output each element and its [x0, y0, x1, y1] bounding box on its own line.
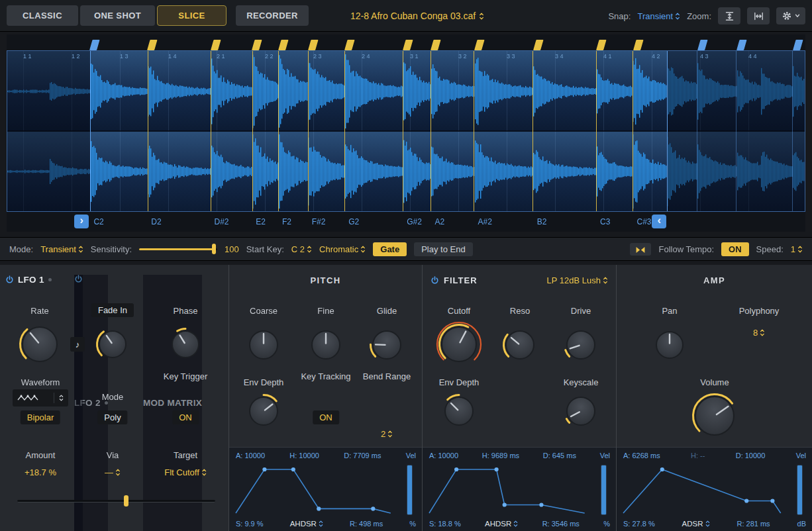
fade-knob[interactable]	[93, 324, 132, 364]
drive-knob[interactable]	[560, 324, 601, 365]
scale-selector[interactable]: Chromatic	[319, 244, 366, 254]
pitch-env-decay[interactable]: D: 7709 ms	[344, 452, 381, 459]
amount-slider-handle[interactable]	[124, 495, 128, 507]
slice-flag[interactable]	[793, 40, 803, 50]
rate-sync-button[interactable]: ♪	[70, 337, 85, 352]
pitch-env-depth-knob[interactable]	[243, 391, 284, 432]
slice-marker[interactable]	[533, 51, 533, 211]
coarse-knob[interactable]	[243, 324, 284, 365]
amp-vel-slider[interactable]	[797, 465, 803, 515]
pitch-env-mode-selector[interactable]: AHDSR	[290, 520, 323, 528]
slice-flag[interactable]	[211, 40, 221, 50]
slice-flag[interactable]	[697, 40, 708, 50]
pitch-env-sustain[interactable]: S: 9.9 %	[236, 520, 264, 528]
slice-marker[interactable]	[403, 51, 403, 211]
filter-env-attack[interactable]: A: 10000	[429, 452, 458, 459]
reso-knob[interactable]	[499, 324, 540, 365]
amp-envelope-display[interactable]	[621, 463, 788, 516]
sensitivity-slider-handle[interactable]	[212, 244, 216, 254]
amp-env-hold[interactable]: H: --	[691, 452, 705, 459]
filter-type-selector[interactable]: LP 12dB Lush	[547, 275, 608, 285]
cutoff-knob[interactable]	[435, 320, 483, 368]
volume-knob[interactable]	[689, 390, 740, 442]
slice-marker[interactable]	[633, 51, 633, 211]
crossfade-toggle[interactable]	[630, 243, 651, 256]
pitch-env-attack[interactable]: A: 10000	[236, 452, 265, 459]
filter-env-release[interactable]: R: 3546 ms	[542, 520, 580, 528]
power-icon[interactable]	[74, 275, 83, 531]
glide-knob[interactable]	[366, 324, 407, 365]
end-marker[interactable]	[667, 51, 668, 211]
slice-flag[interactable]	[403, 40, 413, 50]
pitch-env-hold[interactable]: H: 10000	[289, 452, 319, 459]
amount-slider[interactable]	[17, 495, 215, 507]
tab-slice[interactable]: SLICE	[157, 5, 227, 26]
slice-flag[interactable]	[89, 40, 100, 50]
keyscale-knob[interactable]	[560, 391, 601, 432]
mode-selector[interactable]: Transient	[40, 244, 83, 254]
filter-env-sustain[interactable]: S: 18.8 %	[429, 520, 461, 528]
tab-one-shot[interactable]: ONE SHOT	[80, 5, 155, 26]
slice-flag[interactable]	[596, 40, 607, 50]
target-selector[interactable]: Flt Cutoff	[164, 467, 207, 477]
amp-env-mode-selector[interactable]: ADSR	[682, 520, 710, 528]
slice-flag[interactable]	[278, 40, 289, 50]
slice-marker[interactable]	[596, 51, 597, 211]
play-to-end-toggle[interactable]: Play to End	[414, 242, 473, 256]
end-marker-handle[interactable]: ‹	[652, 215, 666, 228]
slice-marker[interactable]	[344, 51, 345, 211]
filter-env-decay[interactable]: D: 645 ms	[543, 452, 576, 459]
sensitivity-slider[interactable]	[139, 244, 217, 254]
tab-lfo1[interactable]: LFO 1	[5, 275, 52, 285]
slice-flag[interactable]	[431, 40, 441, 50]
gate-toggle[interactable]: Gate	[373, 242, 407, 256]
speed-selector[interactable]: 1	[791, 244, 803, 254]
rate-knob[interactable]	[16, 320, 64, 368]
slice-flag[interactable]	[344, 40, 355, 50]
waveform-display[interactable]: 1 11 21 31 42 12 22 32 43 13 23 33 44 14…	[7, 50, 805, 212]
pan-knob[interactable]	[650, 325, 689, 365]
slice-flag[interactable]	[533, 40, 544, 50]
slice-flag[interactable]	[252, 40, 262, 50]
amp-env-attack[interactable]: A: 6268 ms	[623, 452, 660, 459]
start-key-selector[interactable]: C 2	[291, 244, 312, 254]
power-icon[interactable]	[431, 276, 439, 285]
amp-env-decay[interactable]: D: 10000	[736, 452, 766, 459]
lfo-waveform-selector[interactable]	[13, 389, 68, 407]
polarity-button[interactable]: Bipolar	[21, 410, 60, 424]
fade-mode-button[interactable]: Fade In	[91, 303, 134, 317]
via-selector[interactable]: —	[105, 467, 121, 477]
slice-marker[interactable]	[431, 51, 431, 211]
filter-env-mode-selector[interactable]: AHDSR	[485, 520, 518, 528]
filter-envelope-display[interactable]	[427, 463, 592, 516]
key-trigger-toggle[interactable]: ON	[172, 410, 199, 424]
slice-marker[interactable]	[211, 51, 211, 211]
snap-selector[interactable]: Transient	[637, 11, 680, 21]
fine-knob[interactable]	[305, 324, 346, 365]
slice-marker[interactable]	[278, 51, 279, 211]
zoom-horizontal-button[interactable]	[747, 7, 770, 24]
slice-marker[interactable]	[252, 51, 253, 211]
slice-flag[interactable]	[308, 40, 319, 50]
key-tracking-toggle[interactable]: ON	[313, 410, 339, 424]
zoom-vertical-button[interactable]	[718, 7, 740, 24]
phase-knob[interactable]	[166, 324, 205, 364]
amp-env-sustain[interactable]: S: 27.8 %	[623, 520, 655, 528]
pitch-vel-slider[interactable]	[407, 465, 413, 515]
pitch-env-release[interactable]: R: 498 ms	[350, 520, 383, 528]
action-menu-button[interactable]	[776, 7, 805, 24]
tab-classic[interactable]: CLASSIC	[7, 5, 78, 26]
slice-marker[interactable]	[148, 51, 148, 211]
amount-value[interactable]: +18.7 %	[25, 467, 56, 477]
filter-env-hold[interactable]: H: 9689 ms	[482, 452, 519, 459]
polyphony-selector[interactable]: 8	[753, 328, 765, 338]
amp-env-release[interactable]: R: 281 ms	[736, 520, 770, 528]
lfo-mode-value[interactable]: Poly	[97, 410, 127, 424]
slice-marker[interactable]	[90, 51, 91, 211]
sample-file-selector[interactable]: 12-8 Afro Cuban Conga 03.caf	[298, 0, 536, 32]
power-icon[interactable]	[5, 275, 14, 284]
filter-vel-slider[interactable]	[601, 465, 607, 515]
slice-flag[interactable]	[633, 40, 644, 50]
slice-marker[interactable]	[474, 51, 474, 211]
slice-flag[interactable]	[736, 40, 747, 50]
